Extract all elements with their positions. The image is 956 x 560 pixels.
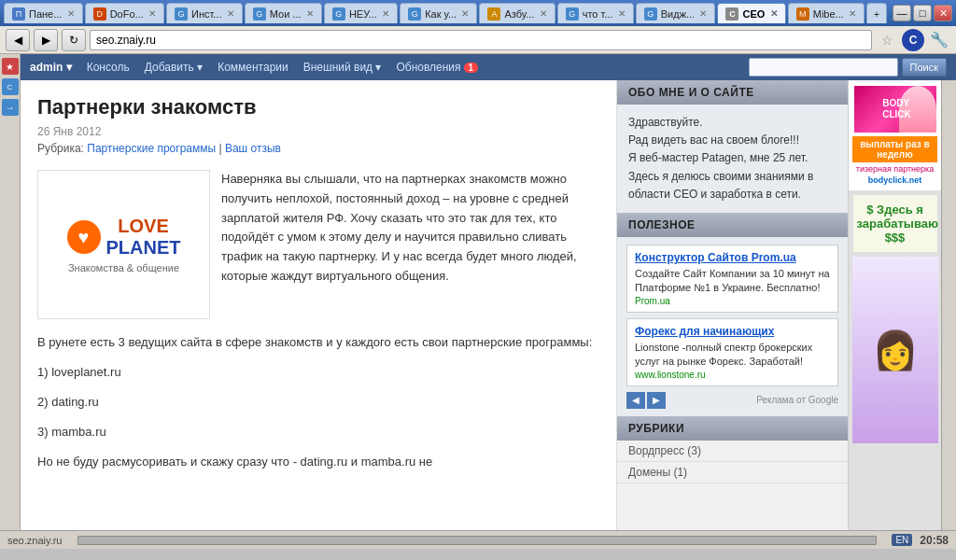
title-bar: ППане...✕ DDoFo...✕ GИнст...✕ GМои ...✕ …	[0, 0, 956, 26]
bodyclick-payout: выплаты раз в неделю	[852, 136, 937, 162]
earn-block[interactable]: $ Здесь язарабатываю $$$	[852, 194, 938, 253]
lp-subtitle: Знакомства & общение	[67, 262, 181, 273]
tab-kak[interactable]: GКак у...✕	[400, 3, 477, 23]
website-area: admin ▾ Консоль Добавить ▾ Комментарии В…	[21, 54, 956, 530]
tab-bar: ППане...✕ DDoFo...✕ GИнст...✕ GМои ...✕ …	[4, 3, 887, 23]
post-image: ♥ LOVE PLANET Знакомства & общение	[37, 170, 210, 319]
sidebar-arrow-icon[interactable]: →	[2, 99, 19, 116]
tab-pane[interactable]: ППане...✕	[4, 3, 83, 23]
bodyclick-teaser: тизерная партнерка	[852, 164, 937, 174]
logo-top: ♥ LOVE PLANET	[67, 216, 181, 259]
appearance-label: Внешний вид ▾	[303, 61, 382, 74]
tab-moi[interactable]: GМои ...✕	[245, 3, 322, 23]
meta-sep: |	[218, 142, 221, 155]
ad-title-1[interactable]: Конструктор Сайтов Prom.ua	[635, 251, 830, 264]
about-widget-content: Здравствуйте. Рад видеть вас на своем бл…	[617, 105, 848, 213]
useful-widget: ПОЛЕЗНОЕ Конструктор Сайтов Prom.ua Созд…	[617, 213, 848, 416]
meta-label: Рубрика:	[37, 142, 84, 155]
address-bar[interactable]: seo.znaiy.ru	[90, 30, 872, 50]
meta-link-feedback[interactable]: Ваш отзыв	[225, 142, 281, 155]
meta-link-rubric[interactable]: Партнерские программы	[87, 142, 216, 155]
ad-desc-1: Создайте Сайт Компании за 10 минут на Пл…	[635, 267, 830, 296]
status-progress	[77, 536, 878, 545]
about-widget-header: ОБО МНЕ И О САЙТЕ	[617, 80, 848, 105]
ad-item-2: Форекс для начинающих Lionstone -полный …	[626, 318, 838, 386]
post-list-item-2: 2) dating.ru	[37, 392, 599, 413]
main-article-area: Партнерки знакомств 26 Янв 2012 Рубрика:…	[21, 80, 616, 530]
about-widget: ОБО МНЕ И О САЙТЕ Здравствуйте. Рад виде…	[617, 80, 848, 213]
admin-search: Поиск	[749, 58, 947, 77]
post-full-text1: В рунете есть 3 ведущих сайта в сфере зн…	[37, 332, 599, 353]
tab-chto[interactable]: Gчто т...✕	[557, 3, 634, 23]
admin-menu-admin[interactable]: admin ▾	[30, 61, 72, 74]
ad-url-2: www.lionstone.ru	[635, 370, 830, 380]
tab-mibe[interactable]: MMibe...✕	[788, 3, 865, 23]
post-list-item-3: 3) mamba.ru	[37, 422, 599, 442]
tab-vizh[interactable]: GВидж...✕	[636, 3, 716, 23]
tab-dofo[interactable]: DDoFo...✕	[85, 3, 164, 23]
search-input[interactable]	[749, 58, 898, 77]
status-bar: seo.znaiy.ru EN 20:58	[0, 530, 956, 549]
post-date: 26 Янв 2012	[37, 125, 599, 138]
comments-label: Комментарии	[218, 61, 288, 74]
status-text: seo.znaiy.ru	[7, 535, 63, 546]
admin-toolbar: admin ▾ Консоль Добавить ▾ Комментарии В…	[21, 54, 956, 80]
bodyclick-banner[interactable]: BODYCLICK выплаты раз в неделю тизерная …	[849, 80, 941, 190]
tab-inst[interactable]: GИнст...✕	[166, 3, 243, 23]
back-btn[interactable]: ◀	[6, 29, 30, 51]
right-sidebar: ОБО МНЕ И О САЙТЕ Здравствуйте. Рад виде…	[616, 80, 848, 530]
ad-block: Конструктор Сайтов Prom.ua Создайте Сайт…	[617, 237, 848, 416]
ad-url-1: Prom.ua	[635, 296, 830, 306]
maximize-btn[interactable]: □	[913, 5, 932, 21]
tab-ceo[interactable]: CCEO✕	[717, 3, 785, 23]
ad-footer: ◀ ▶ Реклама от Google	[626, 392, 838, 409]
post-full-text2: Но не буду расмусоривать и скажу сразу ч…	[37, 452, 599, 472]
bodyclick-domain: bodyclick.net	[852, 175, 937, 185]
clock: 20:58	[920, 534, 949, 547]
add-label: Добавить ▾	[145, 61, 203, 74]
about-text: Здравствуйте. Рад видеть вас на своем бл…	[628, 116, 813, 201]
console-label: Консоль	[87, 61, 130, 74]
ad-desc-2: Lionstone -полный спектр брокерских услу…	[635, 341, 830, 370]
useful-widget-header: ПОЛЕЗНОЕ	[617, 213, 848, 237]
updates-badge: 1	[464, 63, 479, 73]
refresh-btn[interactable]: ↻	[62, 29, 86, 51]
window-controls: — □ ✕	[893, 5, 952, 21]
post-list-item-1: 1) loveplanet.ru	[37, 362, 599, 383]
search-button[interactable]: Поиск	[902, 58, 947, 77]
bookmark-star[interactable]: ☆	[876, 30, 898, 50]
tab-azbu[interactable]: ААзбу...✕	[479, 3, 555, 23]
rubric-item-2[interactable]: Домены (1)	[617, 462, 848, 483]
ad-item-1: Конструктор Сайтов Prom.ua Создайте Сайт…	[626, 245, 838, 313]
rubrics-widget: РУБРИКИ Вордпресс (3) Домены (1)	[617, 416, 848, 483]
sidebar-bookmark-icon[interactable]: ★	[2, 58, 19, 75]
sidebar-chrome-icon[interactable]: C	[2, 78, 19, 95]
updates-label: Обновления	[396, 61, 460, 74]
ad-next-btn[interactable]: ▶	[647, 392, 666, 409]
browser-sidebar: ★ C →	[0, 54, 21, 530]
rubric-item-1[interactable]: Вордпресс (3)	[617, 441, 848, 462]
browser-window: ППане...✕ DDoFo...✕ GИнст...✕ GМои ...✕ …	[0, 0, 956, 54]
admin-menu-appearance[interactable]: Внешний вид ▾	[303, 61, 382, 74]
heart-icon: ♥	[67, 220, 101, 254]
minimize-btn[interactable]: —	[893, 5, 911, 21]
language-badge[interactable]: EN	[892, 534, 912, 546]
admin-label: admin ▾	[30, 61, 72, 74]
wrench-icon[interactable]: 🔧	[928, 30, 950, 50]
new-tab-btn[interactable]: +	[866, 3, 887, 23]
admin-menu-console[interactable]: Консоль	[87, 61, 130, 74]
main-scrollbar[interactable]	[941, 80, 956, 530]
google-ad-label: Реклама от Google	[756, 395, 838, 405]
admin-menu-comments[interactable]: Комментарии	[218, 61, 288, 74]
admin-menu-add[interactable]: Добавить ▾	[145, 61, 203, 74]
post-title: Партнерки знакомств	[37, 95, 599, 119]
tab-neu[interactable]: GНЕУ...✕	[324, 3, 398, 23]
forward-btn[interactable]: ▶	[34, 29, 58, 51]
close-btn[interactable]: ✕	[934, 5, 952, 21]
planet-text: PLANET	[106, 237, 181, 259]
ad-title-2[interactable]: Форекс для начинающих	[635, 325, 830, 338]
address-text: seo.znaiy.ru	[96, 34, 156, 47]
post-body-row: ♥ LOVE PLANET Знакомства & общение Навер…	[37, 170, 599, 319]
ad-prev-btn[interactable]: ◀	[626, 392, 645, 409]
admin-menu-updates[interactable]: Обновления 1	[396, 61, 478, 74]
